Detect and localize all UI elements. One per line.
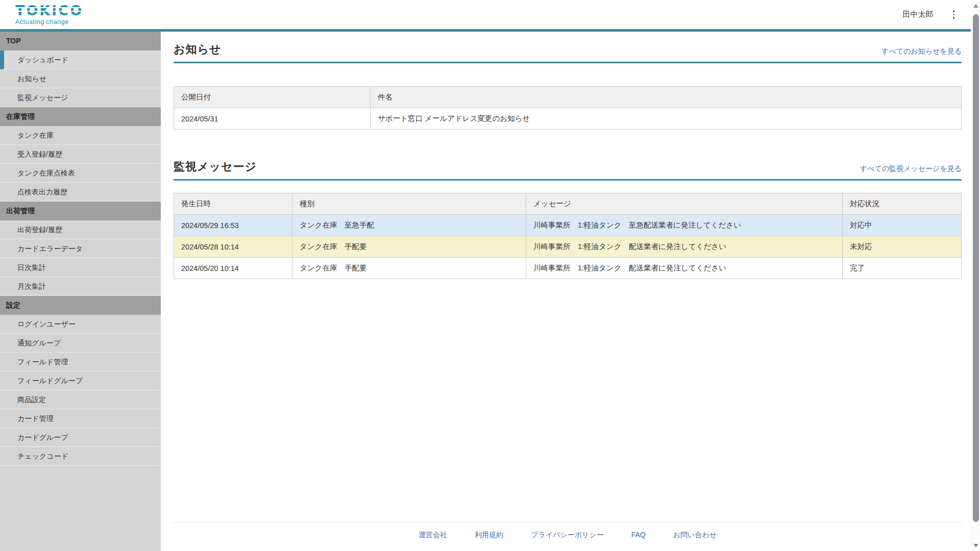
app-header: TOKICO Actuating change 田中太郎 bbox=[0, 0, 980, 29]
sidebar-item[interactable]: 月次集計 bbox=[0, 277, 161, 296]
scroll-up-arrow-icon[interactable] bbox=[971, 1, 980, 10]
sidebar-item[interactable]: 受入登録/履歴 bbox=[0, 145, 161, 164]
sidebar-item[interactable]: 商品設定 bbox=[0, 390, 161, 409]
kebab-menu-icon[interactable] bbox=[951, 8, 957, 21]
footer: 運営会社利用規約プライバシーポリシーFAQお問い合わせ bbox=[174, 522, 962, 551]
monitoring-column-header: 発生日時 bbox=[174, 193, 292, 215]
sidebar-item[interactable]: ログインユーザー bbox=[0, 315, 161, 334]
footer-link[interactable]: 利用規約 bbox=[475, 531, 503, 540]
logo-slit-decoration bbox=[15, 7, 83, 8]
vertical-scrollbar[interactable] bbox=[971, 0, 980, 551]
footer-link[interactable]: FAQ bbox=[631, 531, 646, 540]
footer-link[interactable]: 運営会社 bbox=[419, 531, 447, 540]
monitoring-column-header: 種別 bbox=[292, 193, 526, 215]
monitoring-table: 発生日時種別メッセージ対応状況 2024/05/29 16:53タンク在庫 至急… bbox=[174, 193, 962, 279]
monitoring-cell: タンク在庫 手配要 bbox=[292, 236, 526, 258]
notices-section-header: お知らせ すべてのお知らせを見る bbox=[174, 42, 962, 63]
sidebar-item[interactable]: フィールドグループ bbox=[0, 371, 161, 390]
main-content: お知らせ すべてのお知らせを見る 公開日付件名 2024/05/31サポート窓口… bbox=[161, 32, 971, 551]
monitoring-cell: 川崎事業所 1:軽油タンク 配送業者に発注してください bbox=[526, 236, 843, 258]
monitoring-column-header: 対応状況 bbox=[843, 193, 962, 215]
monitoring-cell: 2024/05/20 10:14 bbox=[174, 258, 292, 279]
sidebar-item-active[interactable]: ダッシュボード bbox=[0, 51, 161, 69]
view-all-monitoring-link[interactable]: すべての監視メッセージを見る bbox=[860, 164, 962, 173]
monitoring-table-body: 2024/05/29 16:53タンク在庫 至急手配川崎事業所 1:軽油タンク … bbox=[174, 215, 962, 279]
main-scroll-content: お知らせ すべてのお知らせを見る 公開日付件名 2024/05/31サポート窓口… bbox=[174, 42, 962, 512]
scroll-down-arrow-icon[interactable] bbox=[971, 541, 980, 550]
monitoring-cell: 川崎事業所 1:軽油タンク 配送業者に発注してください bbox=[526, 258, 843, 279]
monitoring-cell: 完了 bbox=[843, 258, 962, 279]
monitoring-section-header: 監視メッセージ すべての監視メッセージを見る bbox=[174, 159, 962, 181]
monitoring-column-header: メッセージ bbox=[526, 193, 843, 215]
footer-link[interactable]: プライバシーポリシー bbox=[531, 531, 604, 540]
logo-wordmark: TOKICO bbox=[15, 4, 83, 17]
header-right: 田中太郎 bbox=[903, 8, 957, 21]
monitoring-row[interactable]: 2024/05/20 10:14タンク在庫 手配要川崎事業所 1:軽油タンク 配… bbox=[174, 258, 962, 279]
sidebar-item[interactable]: カードエラーデータ bbox=[0, 239, 161, 258]
logo-slit-decoration bbox=[15, 11, 83, 12]
scrollbar-thumb[interactable] bbox=[973, 14, 979, 522]
sidebar-item[interactable]: 出荷登録/履歴 bbox=[0, 220, 161, 239]
monitoring-cell: 未対応 bbox=[843, 236, 962, 258]
notice-row[interactable]: 2024/05/31サポート窓口 メールアドレス変更のお知らせ bbox=[174, 108, 962, 130]
monitoring-section: 監視メッセージ すべての監視メッセージを見る 発生日時種別メッセージ対応状況 2… bbox=[174, 159, 962, 279]
monitoring-table-head: 発生日時種別メッセージ対応状況 bbox=[174, 193, 962, 215]
monitoring-cell: 2024/05/28 10:14 bbox=[174, 236, 292, 258]
monitoring-row[interactable]: 2024/05/29 16:53タンク在庫 至急手配川崎事業所 1:軽油タンク … bbox=[174, 215, 962, 236]
sidebar-item[interactable]: カード管理 bbox=[0, 409, 161, 428]
sidebar-item[interactable]: タンク在庫 bbox=[0, 126, 161, 145]
notices-title: お知らせ bbox=[174, 42, 222, 57]
sidebar-item[interactable]: お知らせ bbox=[0, 69, 161, 88]
sidebar-item[interactable]: 日次集計 bbox=[0, 258, 161, 277]
tokico-logo[interactable]: TOKICO Actuating change bbox=[15, 4, 83, 26]
sidebar-section-header: 在庫管理 bbox=[0, 107, 161, 126]
sidebar: TOPダッシュボードお知らせ監視メッセージ在庫管理タンク在庫受入登録/履歴タンク… bbox=[0, 32, 161, 551]
notices-section: お知らせ すべてのお知らせを見る 公開日付件名 2024/05/31サポート窓口… bbox=[174, 42, 962, 130]
sidebar-item[interactable]: 通知グループ bbox=[0, 334, 161, 353]
monitoring-cell: 対応中 bbox=[843, 215, 962, 236]
sidebar-section-header: TOP bbox=[0, 32, 161, 51]
monitoring-row[interactable]: 2024/05/28 10:14タンク在庫 手配要川崎事業所 1:軽油タンク 配… bbox=[174, 236, 962, 258]
sidebar-section-header: 設定 bbox=[0, 296, 161, 315]
notices-table: 公開日付件名 2024/05/31サポート窓口 メールアドレス変更のお知らせ bbox=[174, 86, 962, 130]
logo-tagline: Actuating change bbox=[15, 19, 83, 26]
notice-cell: 2024/05/31 bbox=[174, 108, 371, 130]
sidebar-item[interactable]: 点検表出力履歴 bbox=[0, 183, 161, 202]
sidebar-item[interactable]: タンク在庫点検表 bbox=[0, 164, 161, 183]
logged-in-user-name[interactable]: 田中太郎 bbox=[903, 10, 934, 19]
monitoring-cell: 川崎事業所 1:軽油タンク 至急配送業者に発注してください bbox=[526, 215, 843, 236]
monitoring-cell: 2024/05/29 16:53 bbox=[174, 215, 292, 236]
sidebar-item[interactable]: カードグループ bbox=[0, 428, 161, 447]
sidebar-item[interactable]: チェックコード bbox=[0, 447, 161, 466]
notice-column-header: 件名 bbox=[371, 87, 962, 108]
monitoring-cell: タンク在庫 至急手配 bbox=[292, 215, 526, 236]
sidebar-item[interactable]: 監視メッセージ bbox=[0, 88, 161, 107]
monitoring-cell: タンク在庫 手配要 bbox=[292, 258, 526, 279]
sidebar-item[interactable]: フィールド管理 bbox=[0, 353, 161, 371]
footer-link[interactable]: お問い合わせ bbox=[673, 531, 717, 540]
page-body: TOPダッシュボードお知らせ監視メッセージ在庫管理タンク在庫受入登録/履歴タンク… bbox=[0, 32, 980, 551]
sidebar-section-header: 出荷管理 bbox=[0, 202, 161, 220]
notice-cell: サポート窓口 メールアドレス変更のお知らせ bbox=[371, 108, 962, 130]
notices-table-body: 2024/05/31サポート窓口 メールアドレス変更のお知らせ bbox=[174, 108, 962, 130]
notices-table-head: 公開日付件名 bbox=[174, 87, 962, 108]
view-all-notices-link[interactable]: すべてのお知らせを見る bbox=[881, 47, 962, 56]
monitoring-title: 監視メッセージ bbox=[174, 159, 257, 174]
notice-column-header: 公開日付 bbox=[174, 87, 371, 108]
